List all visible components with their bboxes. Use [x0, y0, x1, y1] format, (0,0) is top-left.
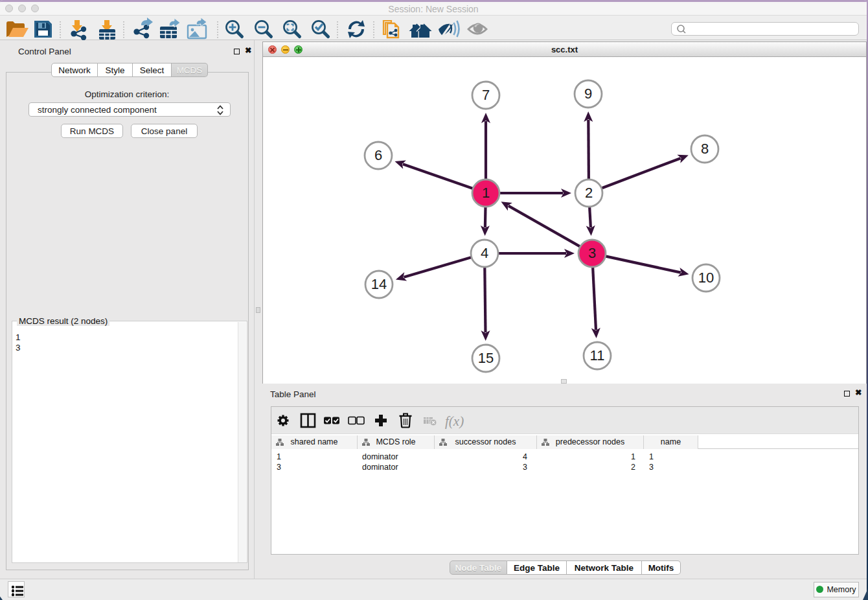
svg-text:11: 11: [590, 347, 605, 363]
svg-text:9: 9: [584, 86, 592, 102]
svg-text:4: 4: [481, 245, 488, 261]
svg-text:8: 8: [701, 141, 709, 157]
svg-text:14: 14: [371, 276, 387, 292]
svg-text:f(x): f(x): [445, 413, 464, 429]
svg-text:7: 7: [482, 87, 490, 103]
svg-text:15: 15: [478, 350, 494, 366]
svg-text:3: 3: [588, 245, 596, 261]
svg-text:2: 2: [585, 185, 593, 201]
svg-text:10: 10: [698, 270, 714, 286]
svg-text:6: 6: [374, 147, 382, 163]
svg-text:1: 1: [482, 185, 490, 201]
